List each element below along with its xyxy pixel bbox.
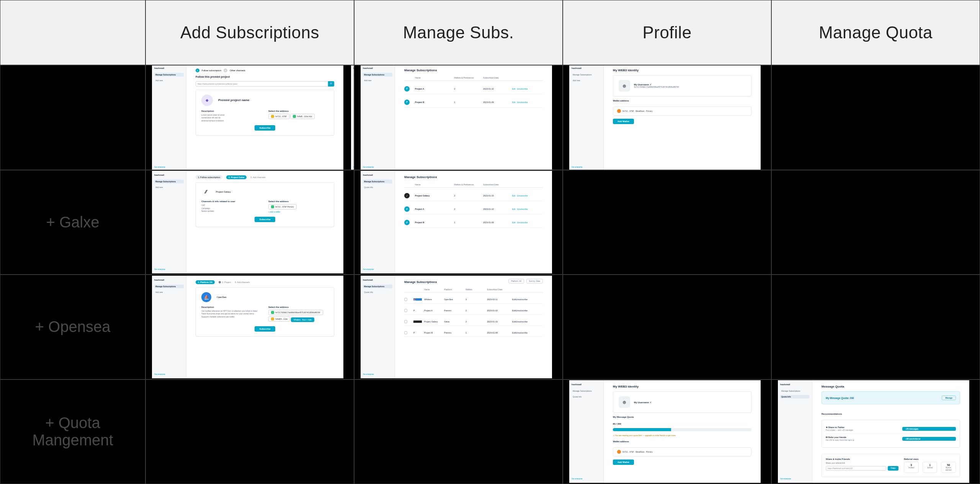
checkbox[interactable]	[404, 320, 407, 323]
nav-add[interactable]: Add new	[572, 78, 601, 82]
filter-sort[interactable]: Sort by: Date	[526, 279, 543, 283]
unsub-link[interactable]: Unsubscribe	[517, 101, 528, 103]
reco-cta-button[interactable]: +25 messages	[902, 427, 956, 431]
thumb-addsub-channels[interactable]: hashmail Manage Subscriptions Get enterp…	[351, 65, 354, 170]
wallet-chip[interactable]: 0x8aB4...12de	[268, 316, 290, 322]
unsub-link[interactable]: Unsubscribe	[517, 88, 528, 90]
url-input[interactable]: https://www.premint.xyz/premint-collecto…	[196, 81, 328, 87]
edit-link[interactable]: Edit	[512, 88, 516, 90]
sidebar-footer[interactable]: Get enterprise	[780, 478, 810, 480]
cell-base-managequota-empty	[771, 65, 980, 170]
thumb-quota-profile[interactable]: hashmail Manage Subscriptions Quota Info…	[569, 380, 761, 483]
project-card: ⁄⁄ Project Galaxy Channels & info relate…	[196, 182, 334, 227]
reco-cta-button[interactable]: +50 earn/referral	[902, 437, 956, 441]
stat-box: 1Joined	[923, 462, 938, 473]
search-button[interactable]: 🔍	[328, 81, 334, 87]
nav-manage[interactable]: Manage Subscriptions	[363, 73, 392, 77]
unsub-link[interactable]: Unsubscribe	[516, 298, 528, 301]
nav-add[interactable]: Add new	[363, 78, 392, 82]
checkbox[interactable]	[404, 298, 407, 301]
table-row[interactable]: P Project B 1 2023-01-09 EditUnsubscribe	[404, 217, 543, 228]
filters: Platform: All Sort by: Date	[508, 279, 543, 283]
referral-link-input[interactable]: https://hashmail.xyz/r/abc123	[826, 466, 886, 471]
edit-link[interactable]: Edit	[512, 195, 516, 197]
nav-manage[interactable]: Manage Subscriptions	[572, 73, 601, 77]
unsub-link[interactable]: Unsubscribe	[517, 221, 528, 224]
step-2-dot: 2	[224, 69, 227, 72]
sidebar-footer[interactable]: Get enterprise	[572, 166, 601, 168]
thumb-profile-base[interactable]: hashmail Manage Subscriptions Add new Ge…	[569, 65, 761, 170]
add-wallet-button[interactable]: Add Wallet	[613, 459, 634, 465]
nav-manage[interactable]: Manage Subscriptions	[154, 180, 184, 183]
nav-add[interactable]: Add new	[154, 185, 184, 189]
unsub-link[interactable]: Unsubscribe	[516, 332, 528, 334]
nav-manage[interactable]: Manage Subscriptions	[363, 180, 392, 183]
sidebar: hashmail Manage Subscriptions Add new Ge…	[569, 65, 604, 170]
quota-summary-card: My Message Quota: 200 Manage	[822, 391, 960, 404]
wallet-chip-2[interactable]: 0x8aB...12de Add	[290, 114, 315, 119]
nav-add[interactable]: Add new	[154, 78, 184, 82]
thumb-galxe-manage[interactable]: hashmail Manage Subscriptions Quota Info…	[361, 171, 552, 273]
sidebar-footer[interactable]: Get enterprise	[154, 268, 184, 270]
thumb-managesubs-base[interactable]: hashmail Manage Subscriptions Add new Ge…	[361, 65, 552, 170]
add-wallet-link[interactable]: + add a wallet	[268, 211, 328, 214]
desc-label: Description	[201, 110, 261, 112]
table-row[interactable]: P Project B Premint 1 2023-01-09 EditUns…	[404, 329, 543, 337]
nav-manage[interactable]: Manage Subscriptions	[780, 389, 810, 393]
table-row[interactable]: P Project B 1 2023-01-09 EditUnsubscribe	[404, 97, 543, 108]
nav-manage[interactable]: Manage Subscriptions	[154, 73, 184, 77]
nav-quota[interactable]: Quota Info	[780, 395, 810, 399]
filter-platform[interactable]: Platform: All	[508, 279, 524, 283]
unsub-link[interactable]: Unsubscribe	[516, 309, 528, 312]
table-row[interactable]: ⛵ Whalers OpenSea 3 2023-02-11 EditUnsub…	[404, 296, 543, 304]
wallet-chip[interactable]: 0x71C7656EC7ab88b098defB751B7401B5f6d897…	[268, 310, 323, 315]
sidebar-footer[interactable]: Get enterprise	[363, 373, 392, 375]
thumb-addsub-premint[interactable]: hashmail Manage Subscriptions Add new Ge…	[152, 65, 343, 170]
manage-quota-button[interactable]: Manage	[942, 396, 956, 400]
thumb-opensea-add[interactable]: hashmail Manage Subscriptions Add new Ge…	[152, 276, 343, 378]
wallet-chip-1[interactable]: 0x71C...976F	[268, 114, 289, 119]
sidebar-footer[interactable]: Get enterprise	[363, 268, 392, 270]
edit-link[interactable]: Edit	[512, 101, 516, 103]
page-title: Manage Subscriptions	[404, 175, 543, 179]
table-row[interactable]: P Project A 2 2023-01-10 EditUnsubscribe	[404, 204, 543, 214]
wallet-chip[interactable]: 0x71C...976F Primary	[268, 204, 297, 209]
sidebar-footer[interactable]: Get enterprise	[363, 166, 392, 168]
table-row[interactable]: ⁄ Project Galaxy 2 2023-01-15 EditUnsubs…	[404, 191, 543, 201]
thumb-manage-quota[interactable]: hashmail Manage Subscriptions Quota Info…	[778, 380, 969, 483]
nav-quota[interactable]: Quota Info	[363, 290, 392, 294]
nav-add[interactable]: Add new	[154, 290, 184, 294]
copy-button[interactable]: Copy	[888, 466, 899, 471]
edit-link[interactable]: Edit	[512, 221, 516, 224]
checkbox[interactable]	[404, 331, 407, 334]
sidebar-footer[interactable]: Get enterprise	[154, 373, 184, 375]
subscribe-button[interactable]: Subscribe	[255, 217, 275, 222]
sidebar-footer[interactable]: Get enterprise	[154, 166, 184, 168]
unsub-link[interactable]: Unsubscribe	[516, 320, 528, 323]
sidebar: hashmail Manage Subscriptions Quota Info…	[778, 380, 812, 483]
collection-chip[interactable]: Whalers · floor + bids	[291, 317, 314, 322]
nav-quota[interactable]: Quota Info	[363, 185, 392, 189]
row-avatar-icon: ⁄	[404, 193, 410, 198]
subscribe-button[interactable]: Subscribe	[255, 326, 275, 332]
nav-manage[interactable]: Manage Subscriptions	[154, 285, 184, 288]
thumb-galxe-add[interactable]: hashmail Manage Subscriptions Add new Ge…	[152, 171, 343, 273]
add-wallet-button[interactable]: Add Wallet	[613, 119, 634, 124]
nav-quota[interactable]: Quota Info	[572, 395, 601, 399]
table-row[interactable]: ⁄ Project Galaxy Galxe 2 2023-01-15 Edit…	[404, 318, 543, 326]
table-row[interactable]: P Project A 2 2023-01-10 EditUnsubscribe	[404, 84, 543, 94]
identity-card: ☻ My Username ✓ 0x71C7656EC7ab88b098defB…	[613, 75, 751, 96]
cell-base-profile: hashmail Manage Subscriptions Add new Ge…	[563, 65, 771, 170]
edit-link[interactable]: Edit	[512, 208, 516, 210]
stat-box: 3Invited	[904, 462, 919, 473]
table-row[interactable]: P Project A Premint 2 2023-01-10 EditUns…	[404, 307, 543, 315]
col-header-profile: Profile	[563, 0, 771, 65]
unsub-link[interactable]: Unsubscribe	[517, 208, 528, 210]
nav-manage[interactable]: Manage Subscriptions	[572, 389, 601, 393]
unsub-link[interactable]: Unsubscribe	[517, 195, 528, 197]
sidebar-footer[interactable]: Get enterprise	[572, 478, 601, 480]
checkbox[interactable]	[404, 309, 407, 312]
thumb-opensea-manage[interactable]: hashmail Manage Subscriptions Quota Info…	[361, 276, 552, 378]
subscribe-button[interactable]: Subscribe	[255, 125, 275, 131]
nav-manage[interactable]: Manage Subscriptions	[363, 285, 392, 288]
